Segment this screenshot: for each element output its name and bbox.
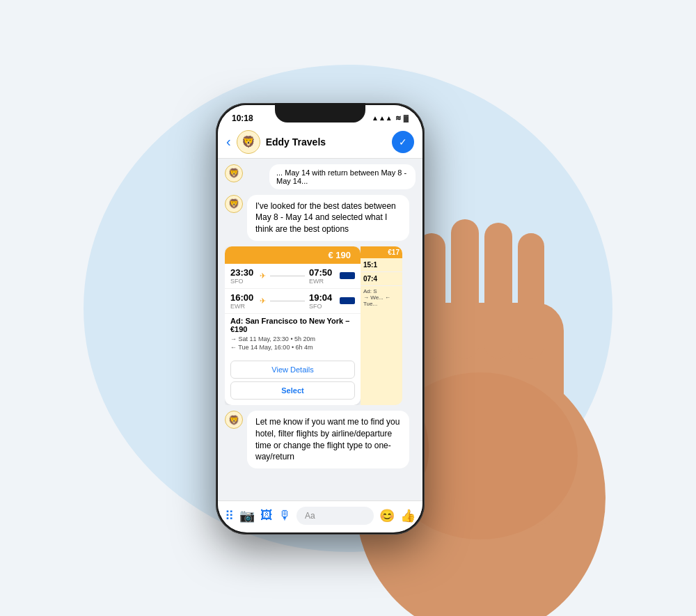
outbound-arrive-group: 07:50 EWR [309,267,335,285]
chat-content: 🦁 ... May 14 with return between May 8 -… [218,159,422,500]
flight-price: € 190 [324,248,355,262]
view-details-button[interactable]: View Details [230,361,355,379]
outbound-plane-icon: ✈ [260,271,266,281]
return-arrive-time: 19:04 [309,292,335,303]
back-button[interactable]: ‹ [226,134,231,150]
flight-card-body: Ad: San Francisco to New York – €190 → S… [225,314,361,358]
bot-avatar-emoji-4: 🦁 [228,415,239,425]
like-icon[interactable]: 👍 [400,508,416,523]
outbound-arrive-time: 07:50 [309,267,335,278]
checkmark-button[interactable]: ✓ [392,131,414,153]
svg-rect-4 [451,219,479,358]
carrier-logo-1 [340,272,355,279]
partial-time-2: 07:4 [363,275,377,283]
return-depart-group: 16:00 EWR [230,292,257,310]
partial-price: €17 [388,248,400,256]
partial-detail: → We... ← Tue... [363,294,400,307]
input-placeholder: Aa [305,511,315,521]
bot-avatar-4: 🦁 [225,411,243,429]
message-text-1: ... May 14 with return between May 8 - M… [276,168,406,185]
status-icons: ▲▲▲ ≋ ▓ [372,114,409,122]
flight-title: Ad: San Francisco to New York – €190 [230,317,355,333]
outbound-flight-row: 23:30 SFO ✈ 07:50 EWR [225,264,361,289]
status-time: 10:18 [232,113,253,123]
avatar-emoji: 🦁 [242,135,255,148]
chat-name: Eddy Travels [266,136,386,148]
partial-row-2: 07:4 [361,272,402,286]
signal-icon: ▲▲▲ [372,114,393,122]
phone-notch [275,103,365,123]
partial-title: Ad: S [363,288,400,294]
outbound-depart-time: 23:30 [230,267,257,278]
gallery-icon[interactable]: 🖼 [260,508,273,523]
flight-card-header: € 190 [225,246,361,264]
phone-device: 10:18 ▲▲▲ ≋ ▓ ‹ 🦁 Eddy Travels ✓ [216,103,425,535]
phone-body: 🦁 ... May 14 with return between May 8 -… [218,159,422,530]
avatar: 🦁 [237,130,260,154]
bot-avatar-emoji-1: 🦁 [228,168,239,178]
flight-line-2 [270,301,305,301]
flight-card-1: € 190 23:30 SFO ✈ [225,246,361,405]
flight-detail-1: → Sat 11 May, 23:30 • 5h 20m [230,335,355,344]
carrier-logo-2 [340,297,355,304]
outbound-depart-airport: SFO [230,278,257,285]
phone-wrapper: 10:18 ▲▲▲ ≋ ▓ ‹ 🦁 Eddy Travels ✓ [216,103,425,535]
outbound-arrive-airport: EWR [309,278,335,285]
camera-icon[interactable]: 📷 [239,508,255,523]
return-depart-time: 16:00 [230,292,257,303]
message-input[interactable]: Aa [296,507,374,525]
wifi-icon: ≋ [395,114,401,122]
battery-icon: ▓ [404,114,409,122]
message-bubble-4: Let me know if you want me to find you h… [247,411,409,468]
message-row-2: 🦁 I've looked for the best dates between… [225,195,416,241]
mic-icon[interactable]: 🎙 [278,508,291,523]
message-text-2: I've looked for the best dates between M… [255,201,396,235]
bot-avatar-1: 🦁 [225,164,243,182]
flight-card-2-partial: €17 15:1 07:4 Ad: S → We.. [361,246,402,405]
partial-time-1: 15:1 [363,261,377,269]
flight-detail-2: ← Tue 14 May, 16:00 • 6h 4m [230,343,355,352]
message-text-4: Let me know if you want me to find you h… [255,417,400,461]
svg-rect-6 [518,233,544,358]
bot-avatar-emoji-2: 🦁 [228,198,239,209]
phone-screen: 10:18 ▲▲▲ ≋ ▓ ‹ 🦁 Eddy Travels ✓ [218,105,422,532]
partial-card-header: €17 [361,246,402,258]
apps-icon[interactable]: ⠿ [225,508,234,523]
message-row-4: 🦁 Let me know if you want me to find you… [225,411,416,468]
return-flight-row: 16:00 EWR ✈ 19:04 SFO [225,289,361,314]
outbound-depart-group: 23:30 SFO [230,267,257,285]
flight-line-1 [270,276,305,276]
message-row-1: 🦁 ... May 14 with return between May 8 -… [225,164,416,189]
partial-row-1: 15:1 [361,258,402,272]
partial-body: Ad: S → We... ← Tue... [361,286,402,309]
select-button[interactable]: Select [230,381,355,400]
message-bubble-2: I've looked for the best dates between M… [247,195,409,241]
scene: 10:18 ▲▲▲ ≋ ▓ ‹ 🦁 Eddy Travels ✓ [0,0,696,616]
return-arrive-group: 19:04 SFO [309,292,335,310]
svg-rect-5 [484,223,512,358]
input-bar: ⠿ 📷 🖼 🎙 Aa 😊 👍 [218,500,422,530]
flight-cards-row: € 190 23:30 SFO ✈ [225,246,416,405]
bot-avatar-2: 🦁 [225,195,243,213]
message-bubble-1: ... May 14 with return between May 8 - M… [269,164,416,189]
return-arrive-airport: SFO [309,303,335,310]
return-depart-airport: EWR [230,303,257,310]
emoji-icon[interactable]: 😊 [379,508,395,523]
return-plane-icon: ✈ [260,297,266,306]
header-bar: ‹ 🦁 Eddy Travels ✓ [218,126,422,159]
checkmark-icon: ✓ [399,136,407,148]
